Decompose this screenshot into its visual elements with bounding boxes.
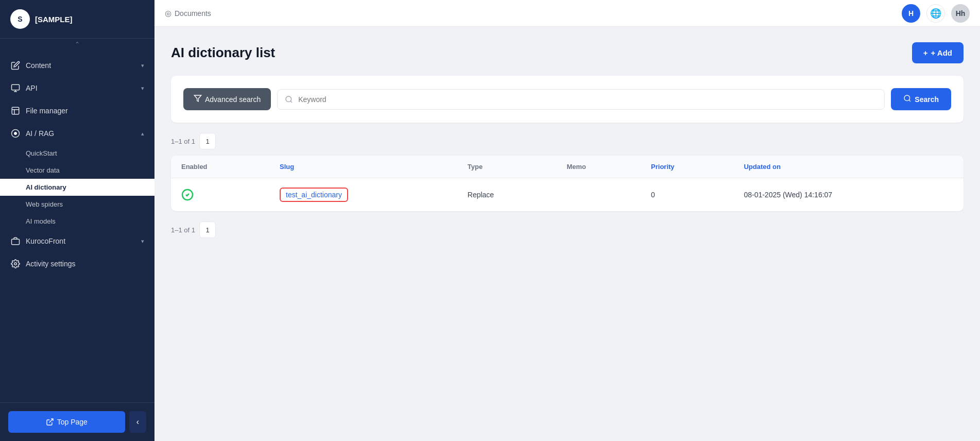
top-page-label: Top Page (57, 418, 88, 426)
pagination-count-top: 1–1 of 1 (171, 138, 195, 145)
pagination-top: 1–1 of 1 1 (171, 133, 964, 149)
chevron-down-icon: ▾ (141, 62, 144, 69)
scroll-indicator: ⌃ (0, 39, 154, 50)
sidebar-item-quickstart[interactable]: QuickStart (0, 145, 154, 162)
pagination-count-bottom: 1–1 of 1 (171, 226, 195, 234)
page-header: AI dictionary list + + Add (171, 42, 964, 63)
advanced-search-button[interactable]: Advanced search (183, 88, 271, 110)
col-enabled: Enabled (171, 156, 269, 178)
activity-settings-label: Activity settings (26, 260, 75, 268)
sidebar-item-content[interactable]: Content ▾ (0, 54, 154, 77)
keyword-input[interactable] (277, 89, 885, 110)
search-button[interactable]: Search (891, 88, 951, 110)
cell-type: Replace (457, 178, 557, 212)
sidebar-logo[interactable]: S [SAMPLE] (0, 0, 154, 39)
settings-icon (10, 259, 21, 269)
page-title: AI dictionary list (171, 45, 275, 61)
col-memo: Memo (556, 156, 641, 178)
sidebar-item-file-manager[interactable]: File manager (0, 99, 154, 122)
chevron-down-icon: ▾ (141, 85, 144, 92)
table-header-row: Enabled Slug Type Memo Priority (171, 156, 964, 178)
globe-button[interactable]: 🌐 (926, 4, 945, 23)
page-number-button-top[interactable]: 1 (199, 133, 216, 149)
kurocofront-icon (10, 236, 21, 246)
slug-link[interactable]: test_ai_dictionary (280, 188, 348, 202)
sidebar-item-vector-data[interactable]: Vector data (0, 162, 154, 179)
breadcrumb: ◎ Documents (165, 9, 211, 18)
svg-line-8 (49, 419, 53, 422)
svg-rect-3 (12, 107, 19, 114)
svg-rect-6 (12, 239, 20, 245)
table-row: test_ai_dictionary Replace 0 08-01-2025 … (171, 178, 964, 212)
collapse-icon: ‹ (136, 417, 139, 426)
col-type: Type (457, 156, 557, 178)
cell-enabled (171, 178, 269, 212)
sidebar-item-kurocofront[interactable]: KurocoFront ▾ (0, 230, 154, 252)
cell-priority: 0 (641, 178, 733, 212)
search-icon (903, 94, 912, 104)
collapse-sidebar-button[interactable]: ‹ (129, 411, 146, 433)
chevron-up-icon: ▴ (141, 130, 144, 137)
sidebar-item-activity-settings[interactable]: Activity settings (0, 252, 154, 275)
breadcrumb-icon: ◎ (165, 9, 171, 18)
sidebar-item-api[interactable]: API ▾ (0, 77, 154, 99)
col-updated-on[interactable]: Updated on (733, 156, 964, 178)
sidebar-nav: Content ▾ API ▾ File manager (0, 50, 154, 402)
h-button[interactable]: H (902, 4, 920, 23)
chevron-down-icon: ▾ (141, 238, 144, 245)
ai-rag-label: AI / RAG (26, 129, 54, 138)
svg-point-10 (904, 95, 910, 101)
app-name: [SAMPLE] (35, 15, 73, 24)
top-page-button[interactable]: Top Page (8, 411, 125, 433)
external-link-icon (46, 418, 54, 426)
col-slug[interactable]: Slug (269, 156, 457, 178)
svg-point-5 (14, 132, 17, 135)
svg-point-7 (14, 263, 17, 265)
plus-icon: + (923, 48, 928, 57)
cell-memo (556, 178, 641, 212)
enabled-check-icon (181, 189, 259, 201)
logo-initials: S (18, 15, 22, 23)
sidebar-item-ai-models[interactable]: AI models (0, 213, 154, 230)
logo-avatar: S (10, 9, 30, 29)
search-card: Advanced search Search (171, 76, 964, 123)
cell-slug[interactable]: test_ai_dictionary (269, 178, 457, 212)
sidebar-bottom: Top Page ‹ (0, 402, 154, 441)
sidebar-item-ai-dictionary[interactable]: AI dictionary (0, 179, 154, 196)
sidebar-item-ai-rag[interactable]: AI / RAG ▴ (0, 122, 154, 145)
api-icon (10, 83, 21, 93)
file-manager-label: File manager (26, 107, 68, 115)
sidebar-item-web-spiders[interactable]: Web spiders (0, 196, 154, 213)
svg-marker-9 (194, 95, 201, 101)
file-manager-icon (10, 106, 21, 116)
data-table-card: Enabled Slug Type Memo Priority (171, 156, 964, 211)
cell-updated-on: 08-01-2025 (Wed) 14:16:07 (733, 178, 964, 212)
content-label: Content (26, 61, 51, 70)
add-button[interactable]: + + Add (912, 42, 964, 63)
col-priority[interactable]: Priority (641, 156, 733, 178)
main-content: ◎ Documents H 🌐 Hh AI dictionary list + … (154, 0, 980, 441)
svg-rect-0 (12, 84, 20, 90)
page-number-button-bottom[interactable]: 1 (199, 222, 216, 238)
search-row: Advanced search Search (183, 88, 951, 110)
filter-icon (194, 94, 202, 104)
topbar-actions: H 🌐 Hh (902, 4, 970, 23)
user-avatar-button[interactable]: Hh (951, 4, 970, 23)
page-content: AI dictionary list + + Add Advanced sear… (154, 27, 980, 441)
breadcrumb-label[interactable]: Documents (175, 9, 211, 18)
sidebar: S [SAMPLE] ⌃ Content ▾ API ▾ (0, 0, 154, 441)
topbar: ◎ Documents H 🌐 Hh (154, 0, 980, 27)
data-table: Enabled Slug Type Memo Priority (171, 156, 964, 211)
edit-icon (10, 60, 21, 71)
api-label: API (26, 84, 38, 92)
svg-line-11 (909, 100, 910, 101)
ai-rag-icon (10, 128, 21, 139)
pagination-bottom: 1–1 of 1 1 (171, 222, 964, 238)
kurocofront-label: KurocoFront (26, 237, 65, 245)
globe-icon: 🌐 (930, 8, 941, 19)
